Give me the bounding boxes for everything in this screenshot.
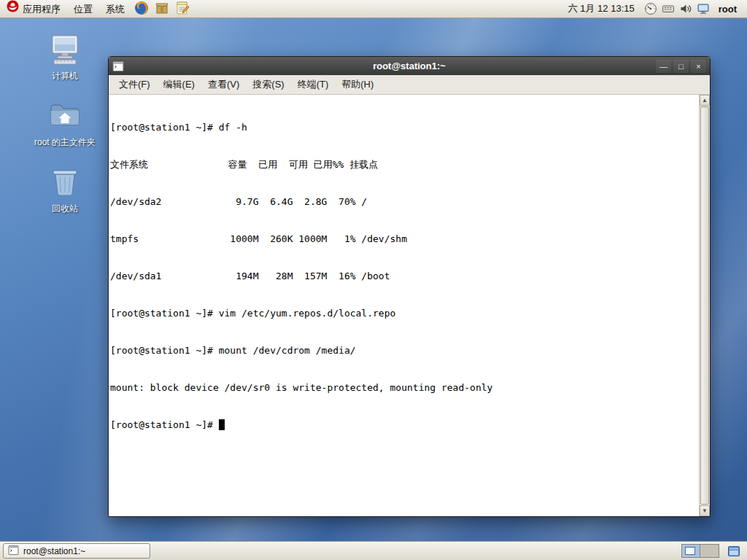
clock-applet[interactable]: 六 1月 12 13:15: [561, 2, 642, 15]
home-folder-icon: [48, 98, 82, 135]
terminal-task-icon: [8, 545, 19, 558]
workspace-2[interactable]: [700, 545, 719, 557]
display-icon[interactable]: [694, 0, 712, 18]
scrollbar-thumb[interactable]: [700, 106, 709, 505]
shell-prompt: [root@station1 ~]#: [110, 419, 219, 430]
terminal-line: tmpfs 1000M 260K 1000M 1% /dev/shm: [110, 233, 697, 245]
user-switcher[interactable]: root: [712, 4, 747, 15]
text-editor-icon: [175, 1, 190, 18]
desktop-icons: 计算机 root 的主文件夹 回收站: [25, 32, 105, 214]
window-title: root@station1:~: [109, 61, 710, 71]
workspace-1[interactable]: [682, 545, 700, 557]
terminal-line: 文件系统 容量 已用 可用 已用%% 挂载点: [110, 158, 697, 171]
show-desktop-applet[interactable]: [725, 542, 743, 560]
system-menu[interactable]: 系统: [99, 0, 131, 18]
terminal-line: [root@station1 ~]# vim /etc/yum.repos.d/…: [110, 307, 697, 319]
terminal-scrollbar[interactable]: ▲ ▼: [699, 95, 710, 516]
applications-menu[interactable]: 应用程序: [0, 0, 67, 18]
desktop-icon-label: root 的主文件夹: [34, 137, 96, 147]
redhat-icon: [7, 0, 19, 18]
terminal-cursor: [219, 419, 225, 430]
text-editor-launcher[interactable]: [174, 0, 191, 18]
desktop-icon-trash[interactable]: 回收站: [25, 165, 105, 214]
gauge-icon[interactable]: [642, 0, 659, 18]
system-menu-label: 系统: [106, 0, 125, 18]
terminal-line: [root@station1 ~]# df -h: [110, 121, 697, 133]
desktop-icon-computer[interactable]: 计算机: [25, 32, 105, 81]
desktop-icon-label: 计算机: [52, 71, 78, 81]
terminal-menubar: 文件(F) 编辑(E) 查看(V) 搜索(S) 终端(T) 帮助(H): [109, 75, 710, 95]
menu-terminal[interactable]: 终端(T): [291, 75, 336, 94]
menu-search[interactable]: 搜索(S): [246, 75, 290, 94]
maximize-button[interactable]: □: [673, 60, 689, 73]
applications-menu-label: 应用程序: [23, 0, 61, 18]
terminal-titlebar[interactable]: root@station1:~ — □ ×: [109, 57, 710, 75]
speaker-icon[interactable]: [677, 0, 694, 18]
scroll-up-arrow[interactable]: ▲: [700, 95, 710, 106]
workspace-switcher: [681, 544, 719, 558]
taskbar-window-button[interactable]: root@station1:~: [3, 543, 150, 559]
close-button[interactable]: ×: [691, 60, 706, 73]
package-icon: [155, 1, 169, 18]
package-manager-launcher[interactable]: [153, 0, 171, 18]
window-controls: — □ ×: [656, 60, 706, 73]
scroll-down-arrow[interactable]: ▼: [700, 505, 710, 516]
computer-icon: [48, 32, 82, 69]
terminal-line: [root@station1 ~]# mount /dev/cdrom /med…: [110, 344, 697, 357]
terminal-area: [root@station1 ~]# df -h 文件系统 容量 已用 可用 已…: [109, 95, 710, 516]
workspace-window-thumbnail: [685, 547, 695, 555]
firefox-launcher[interactable]: [133, 0, 150, 18]
screen: 应用程序 位置 系统 六 1月 12 13:15: [0, 0, 747, 560]
terminal-output[interactable]: [root@station1 ~]# df -h 文件系统 容量 已用 可用 已…: [109, 95, 699, 516]
terminal-line: /dev/sda2 9.7G 6.4G 2.8G 70% /: [110, 195, 697, 208]
desktop-icon-home[interactable]: root 的主文件夹: [25, 98, 105, 147]
taskbar-window-label: root@station1:~: [23, 546, 85, 556]
panel-right: 六 1月 12 13:15 root: [561, 0, 747, 18]
menu-help[interactable]: 帮助(H): [335, 75, 380, 94]
terminal-window: root@station1:~ — □ × 文件(F) 编辑(E) 查看(V) …: [108, 56, 711, 517]
terminal-line: /dev/sda1 194M 28M 157M 16% /boot: [110, 270, 697, 282]
terminal-window-icon: [112, 60, 125, 73]
places-menu[interactable]: 位置: [67, 0, 99, 18]
places-menu-label: 位置: [74, 0, 93, 18]
menu-view[interactable]: 查看(V): [201, 75, 246, 94]
menu-edit[interactable]: 编辑(E): [157, 75, 201, 94]
terminal-line: mount: block device /dev/sr0 is write-pr…: [110, 381, 697, 394]
trash-icon: [48, 165, 82, 201]
bottom-panel: root@station1:~: [0, 541, 747, 560]
menu-file[interactable]: 文件(F): [112, 75, 157, 94]
minimize-button[interactable]: —: [656, 60, 671, 73]
keyboard-icon[interactable]: [659, 0, 677, 18]
top-panel: 应用程序 位置 系统 六 1月 12 13:15: [0, 0, 747, 18]
terminal-prompt-line: [root@station1 ~]#: [110, 419, 697, 431]
firefox-icon: [134, 1, 149, 18]
desktop-icon-label: 回收站: [52, 203, 78, 214]
